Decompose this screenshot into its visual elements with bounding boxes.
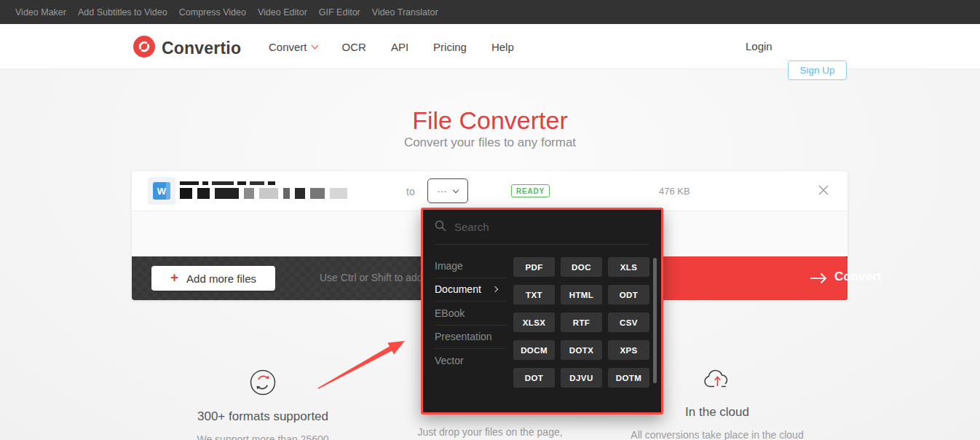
- word-w-glyph: W: [153, 182, 170, 200]
- format-button-rtf[interactable]: RTF: [561, 313, 602, 332]
- feature-ease-subtitle: Just drop your files on the page,: [395, 426, 585, 438]
- cloud-upload-icon: [701, 382, 733, 395]
- format-button-txt[interactable]: TXT: [513, 285, 555, 305]
- convert-button-label: Convert: [834, 270, 881, 284]
- remove-file-button[interactable]: [818, 184, 831, 197]
- page-title: File Converter: [0, 106, 980, 135]
- topnav-video-editor[interactable]: Video Editor: [258, 7, 307, 17]
- category-document-label: Document: [435, 283, 481, 295]
- format-button-xlsx[interactable]: XLSX: [513, 313, 555, 332]
- feature-formats-subtitle: We support more than 25600: [168, 433, 357, 440]
- signup-button[interactable]: Sign Up: [788, 60, 847, 80]
- plus-icon: +: [170, 270, 178, 286]
- search-input[interactable]: [454, 221, 649, 233]
- format-button-dotx[interactable]: DOTX: [561, 340, 602, 360]
- login-link[interactable]: Login: [746, 40, 772, 52]
- format-button-pdf[interactable]: PDF: [513, 257, 555, 277]
- nav-convert[interactable]: Convert: [269, 41, 317, 53]
- nav-ocr[interactable]: OCR: [342, 41, 366, 53]
- format-button-djvu[interactable]: DJVU: [561, 368, 602, 388]
- nav-convert-label: Convert: [269, 41, 307, 53]
- format-select[interactable]: ...: [427, 178, 468, 203]
- logo-text: Convertio: [162, 39, 241, 58]
- page-subtitle: Convert your files to any format: [0, 135, 980, 150]
- dropdown-scrollbar[interactable]: [653, 258, 657, 383]
- topnav-video-maker[interactable]: Video Maker: [15, 7, 66, 17]
- feature-ease: Just drop your files on the page,: [395, 426, 585, 438]
- to-label: to: [406, 186, 415, 197]
- nav-help[interactable]: Help: [491, 41, 514, 53]
- format-grid: PDF DOC XLS TXT HTML ODT XLSX RTF CSV DO…: [513, 257, 649, 388]
- format-select-value: ...: [438, 184, 447, 195]
- format-button-csv[interactable]: CSV: [608, 313, 649, 332]
- category-ebook[interactable]: EBook: [435, 302, 507, 326]
- feature-formats: 300+ formats supported We support more t…: [168, 368, 357, 440]
- chevron-right-icon: [492, 286, 498, 292]
- format-dropdown-panel: Image Document EBook Presentation Vector…: [421, 208, 663, 415]
- status-badge: READY: [511, 184, 550, 197]
- file-row: W to ... READY 476 KB: [132, 171, 847, 211]
- main-nav: Convert OCR API Pricing Help: [269, 24, 514, 69]
- nav-api[interactable]: API: [391, 41, 408, 53]
- category-document[interactable]: Document: [435, 278, 507, 302]
- utility-navbar: Video Maker Add Subtitles to Video Compr…: [0, 0, 980, 24]
- format-button-odt[interactable]: ODT: [608, 285, 649, 305]
- convertio-logo-icon: [133, 36, 155, 60]
- topnav-compress-video[interactable]: Compress Video: [179, 7, 246, 17]
- add-more-files-label: Add more files: [186, 272, 256, 285]
- feature-cloud-subtitle: All conversions take place in the cloud: [623, 429, 812, 440]
- format-button-xps[interactable]: XPS: [608, 340, 649, 360]
- feature-formats-title: 300+ formats supported: [168, 409, 357, 424]
- category-image[interactable]: Image: [435, 254, 507, 278]
- refresh-icon: [248, 387, 277, 399]
- close-icon: [818, 184, 829, 196]
- format-button-docm[interactable]: DOCM: [513, 340, 555, 360]
- format-button-dotm[interactable]: DOTM: [608, 368, 649, 388]
- format-button-dot[interactable]: DOT: [513, 368, 555, 388]
- chevron-down-icon: [311, 42, 318, 49]
- format-button-xls[interactable]: XLS: [608, 257, 649, 277]
- redacted-filename: [180, 181, 351, 199]
- nav-pricing[interactable]: Pricing: [433, 41, 467, 53]
- dropdown-body: Image Document EBook Presentation Vector…: [435, 245, 649, 388]
- topnav-add-subtitles[interactable]: Add Subtitles to Video: [78, 7, 167, 17]
- convertio-logo[interactable]: Convertio: [133, 36, 241, 60]
- format-button-doc[interactable]: DOC: [561, 257, 602, 277]
- add-more-files-button[interactable]: + Add more files: [151, 266, 275, 291]
- category-presentation[interactable]: Presentation: [435, 326, 507, 350]
- category-list: Image Document EBook Presentation Vector: [435, 254, 507, 388]
- main-header: Convertio Convert OCR API Pricing Help L…: [0, 24, 980, 69]
- topnav-gif-editor[interactable]: GIF Editor: [319, 7, 360, 17]
- arrow-right-icon: [810, 272, 829, 288]
- topnav-video-translator[interactable]: Video Translator: [372, 7, 438, 17]
- search-icon: [435, 220, 446, 235]
- word-file-icon: W: [148, 177, 175, 205]
- format-button-html[interactable]: HTML: [561, 285, 602, 305]
- chevron-down-icon: [453, 186, 459, 192]
- dropdown-search-row: [435, 210, 649, 245]
- category-vector[interactable]: Vector: [435, 349, 507, 373]
- file-size: 476 KB: [659, 186, 690, 197]
